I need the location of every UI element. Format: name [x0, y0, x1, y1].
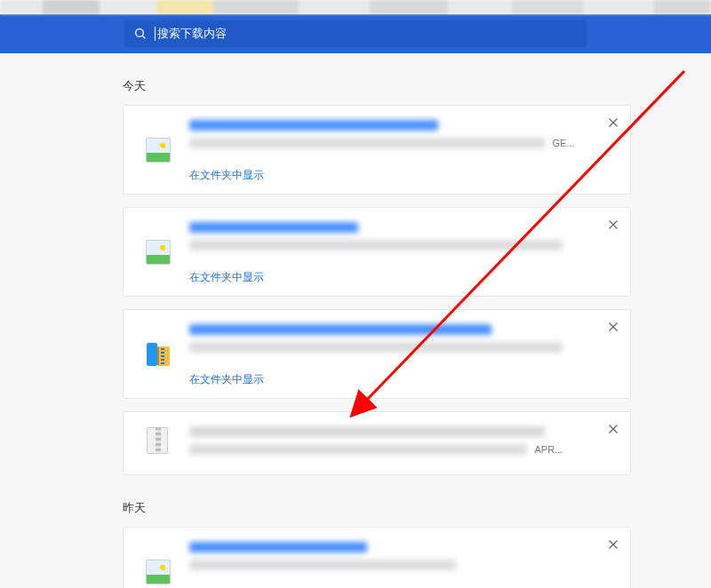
show-in-folder-link[interactable]: 在文件夹中显示: [189, 168, 264, 183]
search-placeholder: 搜索下载内容: [157, 26, 227, 42]
remove-button[interactable]: [605, 421, 621, 437]
download-filename[interactable]: [189, 120, 438, 131]
close-icon: [605, 217, 621, 233]
download-url-suffix: GE...: [552, 138, 574, 148]
compressed-file-icon: [145, 341, 172, 368]
text-cursor: [155, 27, 156, 41]
file-thumbnail: [136, 116, 180, 183]
close-icon: [605, 536, 621, 552]
remove-button[interactable]: [605, 536, 621, 552]
image-file-icon: [146, 240, 171, 265]
file-thumbnail: [136, 538, 180, 588]
file-thumbnail: [136, 321, 180, 387]
close-icon: [605, 421, 621, 437]
download-url: [189, 138, 545, 148]
search-icon: [133, 27, 148, 41]
download-url: [189, 444, 527, 455]
download-filename[interactable]: [189, 324, 491, 335]
download-url-suffix: APR...: [534, 444, 563, 455]
remove-button[interactable]: [605, 217, 621, 233]
remove-button[interactable]: [605, 115, 621, 131]
image-file-icon: [146, 138, 171, 163]
download-item: APR...: [123, 411, 631, 475]
download-url: [189, 342, 563, 353]
browser-tab-strip: [0, 0, 711, 14]
svg-point-0: [136, 29, 144, 37]
download-filename[interactable]: [189, 542, 367, 552]
downloads-header: 搜索下载内容: [0, 14, 711, 53]
section-yesterday: 昨天: [123, 500, 631, 516]
download-url: [189, 560, 456, 570]
remove-button[interactable]: [605, 319, 621, 335]
close-icon: [605, 319, 621, 335]
file-thumbnail: [136, 219, 180, 285]
section-today: 今天: [123, 78, 631, 94]
download-item: 在文件夹中显示: [123, 309, 631, 399]
show-in-folder-link[interactable]: 在文件夹中显示: [189, 372, 264, 387]
search-input[interactable]: 搜索下载内容: [124, 20, 587, 47]
download-item: 在文件夹中显示: [123, 207, 631, 297]
download-item: GE... 在文件夹中显示: [123, 105, 631, 195]
svg-line-1: [142, 36, 145, 38]
download-filename[interactable]: [189, 426, 545, 437]
archive-file-icon: [145, 427, 172, 454]
download-item: 在文件夹中显示: [123, 527, 631, 588]
image-file-icon: [146, 560, 171, 584]
downloads-list: 今天 GE... 在文件夹中显示: [0, 53, 711, 588]
download-url: [189, 240, 563, 250]
download-filename[interactable]: [189, 222, 358, 233]
file-thumbnail: [136, 423, 180, 458]
close-icon: [605, 115, 621, 131]
show-in-folder-link[interactable]: 在文件夹中显示: [189, 270, 264, 285]
